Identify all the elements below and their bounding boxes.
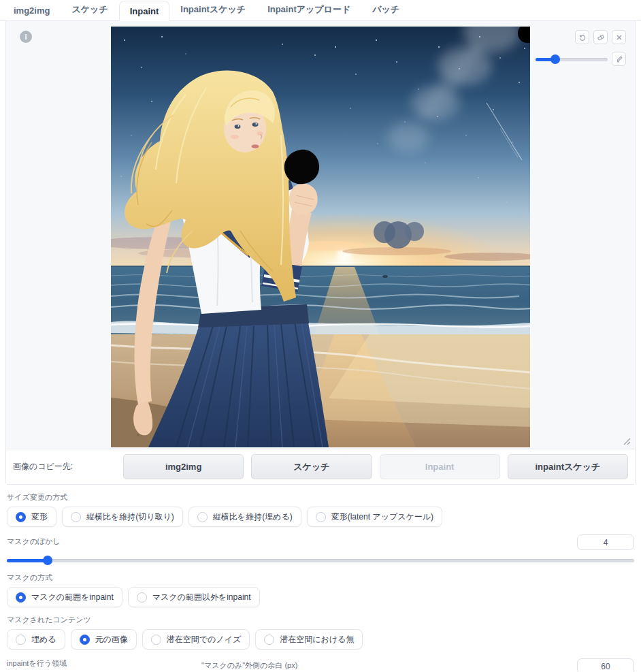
- tab-inpaint-sketch[interactable]: Inpaintスケッチ: [169, 0, 257, 20]
- mask-blur-label: マスクのぼかし: [7, 534, 61, 547]
- inpaint-panel: i: [5, 21, 636, 485]
- brush-icon[interactable]: [612, 52, 626, 66]
- canvas-area: i: [6, 21, 635, 449]
- radio-label: 潜在空間における無: [280, 634, 354, 645]
- tab-sketch[interactable]: スケッチ: [61, 0, 118, 20]
- copy-to-row: 画像のコピー先: img2img スケッチ Inpaint inpaintスケッ…: [6, 449, 635, 484]
- radio-circle: [137, 592, 147, 603]
- radio-circle: [151, 635, 161, 645]
- resize-mode-group: 変形 縦横比を維持(切り取り) 縦横比を維持(埋める) 変形(latent アッ…: [7, 507, 634, 527]
- copy-to-inpaint-button: Inpaint: [380, 454, 500, 479]
- masked-content-label: マスクされたコンテンツ: [7, 615, 634, 625]
- close-icon[interactable]: [612, 30, 626, 44]
- radio-content-original[interactable]: 元の画像: [71, 629, 137, 650]
- radio-resize-latent-upscale[interactable]: 変形(latent アップスケール): [307, 507, 442, 527]
- radio-label: 埋める: [31, 634, 56, 645]
- tab-inpaint-upload[interactable]: Inpaintアップロード: [257, 0, 361, 20]
- radio-label: マスクの範囲をinpaint: [31, 592, 114, 603]
- resize-handle-icon[interactable]: [621, 436, 631, 445]
- radio-content-fill[interactable]: 埋める: [7, 629, 65, 650]
- mask-blur-slider[interactable]: [7, 556, 634, 565]
- radio-resize-fill[interactable]: 縦横比を維持(埋める): [188, 507, 301, 527]
- info-icon[interactable]: i: [20, 31, 32, 43]
- inpaint-area-label: inpaintを行う領域: [7, 658, 185, 669]
- radio-inpaint-masked[interactable]: マスクの範囲をinpaint: [7, 587, 122, 607]
- tab-img2img[interactable]: img2img: [3, 0, 61, 20]
- brush-size-slider[interactable]: [536, 54, 608, 64]
- mask-mode-group: マスクの範囲をinpaint マスクの範囲以外をinpaint: [7, 587, 634, 607]
- mask-blur-fill: [7, 559, 48, 562]
- masked-content-group: 埋める 元の画像 潜在空間でのノイズ 潜在空間における無: [7, 629, 634, 650]
- mask-blur-track: [7, 559, 634, 562]
- radio-label: 元の画像: [95, 634, 128, 645]
- only-masked-padding-input[interactable]: [577, 658, 634, 672]
- brush-slider-handle[interactable]: [550, 54, 560, 64]
- tab-batch[interactable]: バッチ: [361, 0, 410, 20]
- radio-label: 縦横比を維持(切り取り): [86, 511, 174, 523]
- inpaint-canvas[interactable]: [111, 27, 530, 447]
- radio-circle: [316, 512, 326, 522]
- img2img-tabbar: img2img スケッチ Inpaint Inpaintスケッチ Inpaint…: [0, 0, 641, 21]
- radio-circle: [71, 512, 81, 522]
- only-masked-padding-label: "マスクのみ"外側の余白 (px): [201, 658, 297, 671]
- radio-content-latent-nothing[interactable]: 潜在空間における無: [255, 629, 363, 650]
- radio-circle: [264, 635, 274, 645]
- eraser-icon[interactable]: [593, 30, 608, 44]
- tab-inpaint[interactable]: Inpaint: [119, 1, 170, 21]
- copy-to-inpaint-sketch-button[interactable]: inpaintスケッチ: [508, 454, 628, 479]
- radio-label: 縦横比を維持(埋める): [213, 511, 293, 523]
- radio-label: マスクの範囲以外をinpaint: [152, 592, 251, 603]
- resize-mode-label: サイズ変更の方式: [7, 492, 634, 502]
- radio-circle: [16, 592, 26, 603]
- radio-content-latent-noise[interactable]: 潜在空間でのノイズ: [142, 629, 250, 650]
- beach-girl-image: [111, 27, 530, 447]
- radio-resize-just-resize[interactable]: 変形: [7, 507, 56, 527]
- undo-icon[interactable]: [575, 30, 589, 44]
- radio-circle: [80, 635, 90, 645]
- radio-circle: [16, 512, 26, 522]
- mask-blur-handle[interactable]: [43, 556, 52, 565]
- radio-circle: [16, 635, 26, 645]
- inpaint-options: サイズ変更の方式 変形 縦横比を維持(切り取り) 縦横比を維持(埋める) 変形(…: [0, 492, 641, 672]
- radio-label: 変形(latent アップスケール): [331, 511, 433, 523]
- copy-to-label: 画像のコピー先:: [13, 461, 123, 473]
- radio-resize-crop[interactable]: 縦横比を維持(切り取り): [62, 507, 183, 527]
- canvas-toolbar: [536, 30, 626, 66]
- copy-to-sketch-button[interactable]: スケッチ: [251, 454, 372, 479]
- radio-label: 変形: [31, 511, 48, 523]
- copy-to-img2img-button[interactable]: img2img: [123, 454, 244, 479]
- radio-inpaint-not-masked[interactable]: マスクの範囲以外をinpaint: [128, 587, 260, 607]
- mask-mode-label: マスクの方式: [7, 573, 634, 583]
- radio-circle: [197, 512, 208, 522]
- mask-blur-input[interactable]: [577, 534, 634, 550]
- radio-label: 潜在空間でのノイズ: [167, 634, 241, 645]
